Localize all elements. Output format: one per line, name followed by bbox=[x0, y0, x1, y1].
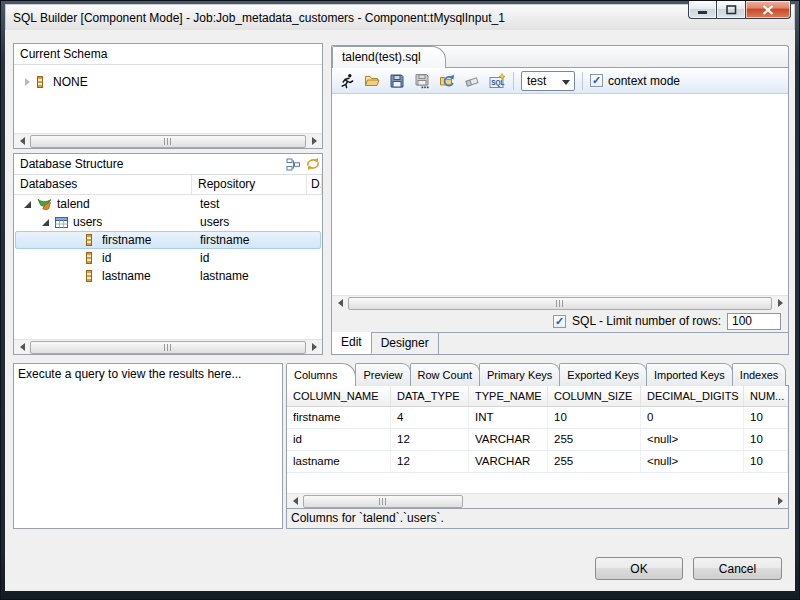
scrollbar-thumb[interactable] bbox=[30, 135, 306, 148]
tree-row-lastname[interactable]: lastname lastname bbox=[15, 267, 321, 285]
context-mode-label[interactable]: context mode bbox=[608, 74, 680, 88]
new-sql-editor-icon[interactable]: SQL bbox=[488, 72, 506, 89]
minimize-button[interactable] bbox=[688, 1, 717, 19]
scroll-right-arrow-icon[interactable] bbox=[773, 495, 787, 508]
current-schema-title: Current Schema bbox=[14, 44, 322, 65]
table-cell: 10 bbox=[744, 451, 788, 472]
table-header[interactable]: TYPE_NAME bbox=[469, 386, 548, 406]
current-schema-tree: NONE bbox=[15, 66, 321, 132]
title-bar[interactable]: SQL Builder [Component Mode] - Job:Job_m… bbox=[5, 4, 795, 30]
sql-query-editor[interactable] bbox=[332, 94, 788, 295]
chevron-down-icon bbox=[562, 80, 570, 85]
tree-row-firstname-selected[interactable]: firstname firstname bbox=[15, 231, 321, 249]
tab-columns[interactable]: Columns bbox=[286, 363, 356, 386]
results-placeholder: Execute a query to view the results here… bbox=[18, 367, 278, 381]
tab-exported-keys[interactable]: Exported Keys bbox=[559, 363, 647, 386]
scrollbar-thumb[interactable] bbox=[30, 341, 306, 354]
table-cell: 10 bbox=[548, 407, 641, 428]
close-button[interactable] bbox=[745, 1, 791, 19]
reload-icon[interactable] bbox=[438, 72, 456, 89]
toolbar-separator bbox=[513, 72, 514, 90]
column-header-databases[interactable]: Databases bbox=[14, 175, 192, 194]
column-icon bbox=[86, 270, 92, 282]
tab-talend-test-sql[interactable]: talend(test).sql bbox=[332, 46, 446, 68]
scrollbar-grip-icon bbox=[164, 344, 172, 351]
table-cell: firstname bbox=[287, 407, 391, 428]
collapse-tree-icon[interactable] bbox=[284, 156, 303, 172]
tree-column-headers: Databases Repository D... bbox=[14, 175, 322, 195]
database-icon bbox=[37, 198, 52, 211]
table-header[interactable]: NUM... bbox=[744, 386, 788, 406]
collapse-arrow-icon[interactable] bbox=[42, 218, 50, 226]
table-header[interactable]: COLUMN_NAME bbox=[287, 386, 391, 406]
horizontal-scrollbar[interactable] bbox=[332, 295, 788, 310]
close-icon bbox=[762, 5, 774, 15]
tree-item-label: firstname bbox=[102, 233, 151, 247]
query-results-panel: Execute a query to view the results here… bbox=[13, 363, 283, 529]
run-query-icon[interactable] bbox=[338, 72, 356, 89]
context-mode-checkbox[interactable]: ✓ bbox=[590, 74, 603, 87]
database-structure-tree: talend test users users firstname firstn… bbox=[14, 195, 322, 285]
open-file-icon[interactable] bbox=[363, 72, 381, 89]
column-icon bbox=[86, 252, 92, 264]
tab-preview[interactable]: Preview bbox=[355, 363, 410, 386]
table-cell: 10 bbox=[744, 407, 788, 428]
row-limit-label[interactable]: SQL - Limit number of rows: bbox=[572, 314, 721, 328]
horizontal-scrollbar[interactable] bbox=[14, 339, 322, 354]
scroll-left-arrow-icon[interactable] bbox=[15, 341, 29, 354]
tab-primary-keys[interactable]: Primary Keys bbox=[479, 363, 560, 386]
save-as-icon[interactable] bbox=[413, 72, 431, 89]
sql-limit-checkbox[interactable]: ✓ bbox=[553, 315, 566, 328]
tab-designer[interactable]: Designer bbox=[372, 333, 439, 354]
detail-tab-bar: Columns Preview Row Count Primary Keys E… bbox=[286, 363, 789, 386]
database-structure-title: Database Structure bbox=[14, 154, 322, 175]
svg-text:SQL: SQL bbox=[491, 79, 504, 87]
ok-button[interactable]: OK bbox=[595, 557, 683, 580]
table-row[interactable]: id 12 VARCHAR 255 <null> 10 bbox=[287, 429, 788, 451]
tree-item-repository: firstname bbox=[200, 233, 249, 247]
query-context-dropdown[interactable]: test bbox=[521, 71, 575, 91]
table-header[interactable]: COLUMN_SIZE bbox=[548, 386, 641, 406]
row-limit-bar: ✓ SQL - Limit number of rows: bbox=[332, 310, 788, 332]
tab-edit[interactable]: Edit bbox=[332, 332, 372, 354]
row-limit-input[interactable] bbox=[727, 313, 781, 330]
table-cell: <null> bbox=[641, 451, 744, 472]
cancel-button[interactable]: Cancel bbox=[693, 557, 782, 580]
column-header-d[interactable]: D... bbox=[307, 175, 322, 194]
scroll-right-arrow-icon[interactable] bbox=[307, 341, 321, 354]
refresh-icon[interactable] bbox=[303, 156, 322, 172]
tab-indexes[interactable]: Indexes bbox=[732, 363, 787, 386]
table-row[interactable]: lastname 12 VARCHAR 255 <null> 10 bbox=[287, 451, 788, 473]
horizontal-scrollbar[interactable] bbox=[287, 493, 788, 508]
horizontal-scrollbar[interactable] bbox=[14, 133, 322, 148]
metadata-detail-panel: Columns Preview Row Count Primary Keys E… bbox=[286, 363, 789, 529]
scroll-right-arrow-icon[interactable] bbox=[773, 297, 787, 310]
table-header[interactable]: DECIMAL_DIGITS bbox=[641, 386, 744, 406]
tab-imported-keys[interactable]: Imported Keys bbox=[646, 363, 733, 386]
tree-row-users[interactable]: users users bbox=[15, 213, 321, 231]
scroll-left-arrow-icon[interactable] bbox=[333, 297, 347, 310]
scroll-right-arrow-icon[interactable] bbox=[307, 135, 321, 148]
save-icon[interactable] bbox=[388, 72, 406, 89]
tab-row-count[interactable]: Row Count bbox=[410, 363, 480, 386]
scroll-left-arrow-icon[interactable] bbox=[15, 135, 29, 148]
tree-row-talend[interactable]: talend test bbox=[15, 195, 321, 213]
tree-row-id[interactable]: id id bbox=[15, 249, 321, 267]
column-icon bbox=[37, 76, 43, 88]
collapse-arrow-icon[interactable] bbox=[24, 200, 32, 208]
table-cell: 12 bbox=[391, 451, 469, 472]
tree-row[interactable]: NONE bbox=[15, 73, 321, 91]
scrollbar-thumb[interactable] bbox=[348, 297, 772, 310]
sql-toolbar: SQL test ✓ context mode bbox=[332, 68, 788, 94]
expand-arrow-icon[interactable] bbox=[24, 78, 32, 86]
scroll-left-arrow-icon[interactable] bbox=[288, 495, 302, 508]
maximize-button[interactable] bbox=[717, 1, 745, 19]
table-row[interactable]: firstname 4 INT 10 0 10 bbox=[287, 407, 788, 429]
table-icon bbox=[55, 217, 68, 228]
scrollbar-thumb[interactable] bbox=[303, 495, 463, 508]
column-header-repository[interactable]: Repository bbox=[192, 175, 307, 194]
clear-query-icon[interactable] bbox=[463, 72, 481, 89]
scrollbar-grip-icon bbox=[164, 138, 172, 145]
table-header[interactable]: DATA_TYPE bbox=[391, 386, 469, 406]
dropdown-value: test bbox=[527, 74, 546, 88]
